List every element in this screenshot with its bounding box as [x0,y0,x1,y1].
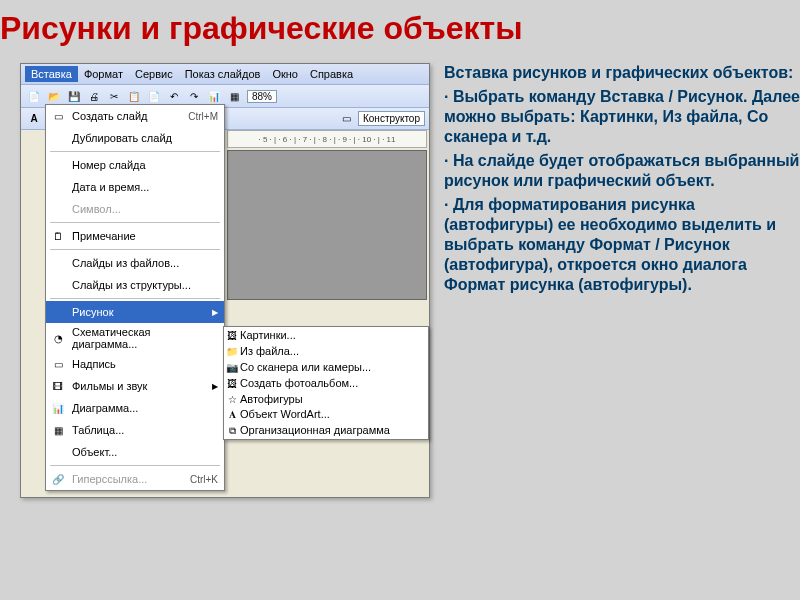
insert-menu-item-7[interactable]: 🗒Примечание [46,225,224,247]
insert-menu-separator [50,222,220,223]
risunok-submenu-item-label: Из файла... [240,345,299,357]
risunok-submenu: 🖼Картинки...📁Из файла...📷Со сканера или … [223,326,429,440]
insert-menu-item-label: Фильмы и звук [72,380,147,392]
insert-menu-separator [50,151,220,152]
blank-icon [50,304,66,320]
shortcut-label: Ctrl+K [190,474,218,485]
insert-menu-item-10[interactable]: Слайды из структуры... [46,274,224,296]
risunok-submenu-item-1[interactable]: 📁Из файла... [224,343,428,359]
insert-menu-item-14[interactable]: ▭Надпись [46,353,224,375]
menu-vstavka[interactable]: Вставка [25,66,78,82]
konstruktor-button[interactable]: Конструктор [358,111,425,126]
insert-menu-separator [50,465,220,466]
menu-format[interactable]: Формат [78,66,129,82]
risunok-submenu-item-2[interactable]: 📷Со сканера или камеры... [224,359,428,375]
submenu-arrow-icon: ▶ [212,382,218,391]
tool-design-icon[interactable]: ▭ [338,109,356,127]
insert-menu-item-label: Слайды из структуры... [72,279,191,291]
insert-menu-item-label: Схематическая диаграмма... [72,326,218,350]
scanner-icon: 📷 [224,359,240,375]
tool-paste-icon[interactable]: 📄 [145,87,163,105]
risunok-submenu-item-label: Автофигуры [240,393,303,405]
slide-canvas [227,150,427,300]
diagram-icon: ◔ [50,330,66,346]
description-bullet-1: · Выбрать команду Вставка / Рисунок. Дал… [444,87,800,147]
insert-menu-item-label: Таблица... [72,424,124,436]
insert-menu-item-13[interactable]: ◔Схематическая диаграмма... [46,323,224,353]
insert-menu-item-label: Объект... [72,446,117,458]
tool-print-icon[interactable]: 🖨 [85,87,103,105]
description-bullet-2: · На слайде будет отображаться выбранный… [444,151,800,191]
insert-menu-item-label: Символ... [72,203,121,215]
tool-redo-icon[interactable]: ↷ [185,87,203,105]
insert-menu-item-label: Надпись [72,358,116,370]
risunok-submenu-item-label: Организационная диаграмма [240,424,390,436]
tool-save-icon[interactable]: 💾 [65,87,83,105]
textbox-icon: ▭ [50,356,66,372]
tool-bold-icon[interactable]: A [25,110,43,128]
from-file-icon: 📁 [224,343,240,359]
tool-open-icon[interactable]: 📂 [45,87,63,105]
media-icon: 🎞 [50,378,66,394]
blank-icon [50,277,66,293]
tool-new-icon[interactable]: 📄 [25,87,43,105]
blank-icon [50,201,66,217]
insert-menu-item-18[interactable]: Объект... [46,441,224,463]
risunok-submenu-item-6[interactable]: 𝐀Объект WordArt... [224,407,428,423]
description-bullet-3: · Для форматирования рисунка (автофигуры… [444,195,800,295]
table-icon: ▦ [50,422,66,438]
zoom-field[interactable]: 88% [247,90,277,103]
insert-menu-item-5: Символ... [46,198,224,220]
risunok-submenu-item-3[interactable]: 🖼Создать фотоальбом... [224,375,428,391]
submenu-arrow-icon: ▶ [212,308,218,317]
risunok-submenu-item-label: Объект WordArt... [240,408,330,420]
menu-pokaz[interactable]: Показ слайдов [179,66,267,82]
orgchart-icon: ⧉ [224,423,240,439]
risunok-submenu-item-7[interactable]: ⧉Организационная диаграмма [224,423,428,439]
insert-menu-separator [50,249,220,250]
insert-menu-item-17[interactable]: ▦Таблица... [46,419,224,441]
app-screenshot: Вставка Формат Сервис Показ слайдов Окно… [20,63,430,498]
insert-menu-item-label: Гиперссылка... [72,473,147,485]
insert-menu-item-9[interactable]: Слайды из файлов... [46,252,224,274]
clipart-icon: 🖼 [224,327,240,343]
note-icon: 🗒 [50,228,66,244]
menu-okno[interactable]: Окно [266,66,304,82]
insert-menu-item-12[interactable]: Рисунок▶ [46,301,224,323]
photoalbum-icon: 🖼 [224,375,240,391]
risunok-submenu-item-label: Создать фотоальбом... [240,377,358,389]
blank-icon [50,255,66,271]
insert-menu-item-label: Номер слайда [72,159,146,171]
blank-icon [50,444,66,460]
chart-icon: 📊 [50,400,66,416]
insert-menu-item-0[interactable]: ▭Создать слайдCtrl+M [46,105,224,127]
tool-chart-icon[interactable]: 📊 [205,87,223,105]
insert-menu-item-label: Диаграмма... [72,402,138,414]
tool-copy-icon[interactable]: 📋 [125,87,143,105]
blank-icon [50,157,66,173]
tool-undo-icon[interactable]: ↶ [165,87,183,105]
new-slide-icon: ▭ [50,108,66,124]
insert-menu-item-3[interactable]: Номер слайда [46,154,224,176]
insert-menu-item-1[interactable]: Дублировать слайд [46,127,224,149]
tool-cut-icon[interactable]: ✂ [105,87,123,105]
wordart-icon: 𝐀 [224,407,240,423]
menu-servis[interactable]: Сервис [129,66,179,82]
insert-menu-item-label: Слайды из файлов... [72,257,179,269]
tool-table-icon[interactable]: ▦ [225,87,243,105]
insert-menu-item-label: Рисунок [72,306,114,318]
ruler: · 5 · | · 6 · | · 7 · | · 8 · | · 9 · | … [227,130,427,148]
insert-menu-item-4[interactable]: Дата и время... [46,176,224,198]
risunok-submenu-item-5[interactable]: ☆Автофигуры [224,391,428,407]
insert-menu-separator [50,298,220,299]
insert-menu-item-label: Дата и время... [72,181,149,193]
link-icon: 🔗 [50,471,66,487]
blank-icon [50,130,66,146]
insert-menu-item-16[interactable]: 📊Диаграмма... [46,397,224,419]
menu-spravka[interactable]: Справка [304,66,359,82]
insert-menu-item-15[interactable]: 🎞Фильмы и звук▶ [46,375,224,397]
shortcut-label: Ctrl+M [188,111,218,122]
insert-menu-item-20: 🔗Гиперссылка...Ctrl+K [46,468,224,490]
insert-menu-item-label: Дублировать слайд [72,132,172,144]
risunok-submenu-item-0[interactable]: 🖼Картинки... [224,327,428,343]
